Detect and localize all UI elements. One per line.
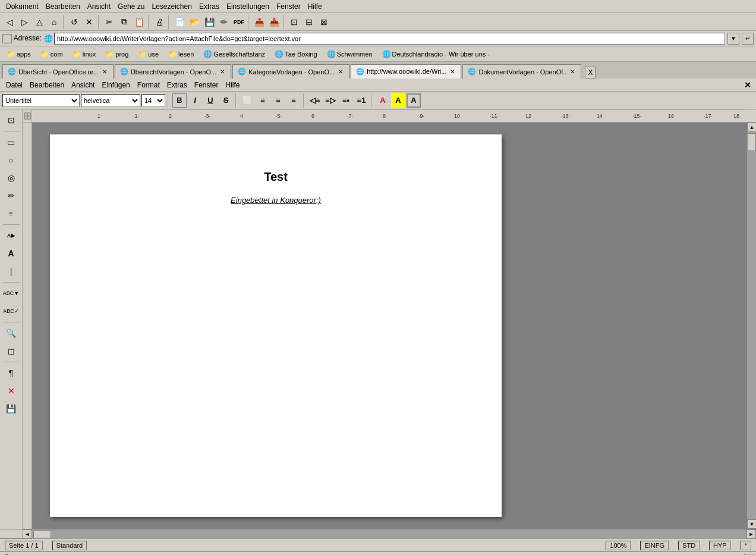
bold-button[interactable]: B	[172, 93, 187, 108]
reload-button[interactable]: ↺	[67, 15, 81, 29]
tab-close-button[interactable]: ✕	[219, 68, 226, 75]
bookmark-tae-boxing[interactable]: 🌐 Tae Boxing	[270, 48, 321, 60]
h-scroll-track[interactable]	[32, 529, 746, 539]
left-tool-save[interactable]: 💾	[2, 400, 20, 417]
std-status[interactable]: STD	[678, 541, 700, 550]
tab-2[interactable]: 🌐 KategorieVorlagen - OpenO... ✕	[232, 64, 349, 79]
font-color-button[interactable]: A	[376, 93, 390, 108]
edit-button[interactable]: ✏	[217, 15, 231, 29]
address-input[interactable]	[54, 33, 725, 45]
bookmark-schwimmen[interactable]: 🌐 Schwimmen	[323, 48, 377, 60]
left-tool-polygon[interactable]: ◎	[2, 170, 20, 186]
left-tool-pen[interactable]: ✏	[2, 187, 20, 204]
h-scroll-thumb[interactable]	[33, 530, 51, 538]
char-highlight-button[interactable]: A	[407, 93, 421, 108]
align-left-button[interactable]: ⬜	[240, 93, 254, 108]
save-button[interactable]: 💾	[202, 15, 216, 29]
left-tool-insert-text[interactable]: A▶	[2, 227, 20, 244]
open-button[interactable]: 📂	[187, 15, 201, 29]
menu-einstellungen[interactable]: Einstellungen	[223, 1, 273, 12]
bookmark-lesen[interactable]: 📁 lesen	[164, 48, 198, 60]
tab-1[interactable]: 🌐 ÜbersichtVorlagen - OpenO... ✕	[115, 64, 231, 79]
bookmark-apps[interactable]: 📁 apps	[2, 48, 35, 60]
tab-3[interactable]: 🌐 http://www.ooowiki.de/Wri... ✕	[351, 64, 461, 79]
copy-button[interactable]: ⧉	[117, 15, 131, 29]
doc-menu-format[interactable]: Format	[134, 80, 163, 90]
tab-4[interactable]: 🌐 DokumentVorlagen - OpenOf... ✕	[462, 64, 581, 79]
export-button[interactable]: 📤	[252, 15, 266, 29]
scroll-left-button[interactable]: ◄	[23, 529, 32, 539]
nav-forward-button[interactable]: ▷	[17, 15, 32, 29]
italic-button[interactable]: I	[188, 93, 202, 108]
bookmark-com[interactable]: 📁 com	[36, 48, 67, 60]
menu-ansicht[interactable]: Ansicht	[84, 1, 114, 12]
stop-button[interactable]: ✕	[82, 15, 96, 29]
home-button[interactable]: ⌂	[47, 15, 61, 29]
menu-hilfe[interactable]: Hilfe	[304, 1, 326, 12]
left-tool-circle[interactable]: ○	[2, 152, 20, 168]
underline-button[interactable]: U	[203, 93, 218, 108]
left-tool-select[interactable]: ⊡	[2, 112, 20, 128]
bookmark-linux[interactable]: 📁 linux	[68, 48, 100, 60]
doc-menu-extras[interactable]: Extras	[163, 80, 191, 90]
tab-0[interactable]: 🌐 ÜberSicht - OpenOffice.or... ✕	[2, 64, 114, 79]
doc-menu-fenster[interactable]: Fenster	[191, 80, 222, 90]
tab-close-button[interactable]: ✕	[337, 68, 344, 75]
menu-extras[interactable]: Extras	[196, 1, 223, 12]
bookmark-deutschlandradio[interactable]: 🌐 Deutschlandradio - Wir über uns -	[378, 48, 494, 60]
bookmark-use[interactable]: 📁 use	[134, 48, 163, 60]
size-selector[interactable]: 14	[141, 94, 165, 107]
address-go-button[interactable]: ↵	[742, 33, 754, 45]
menu-bearbeiten[interactable]: Bearbeiten	[42, 1, 84, 12]
nav-back-button[interactable]: ◁	[2, 15, 17, 29]
bookmark-gesellschaftstanz[interactable]: 🌐 Gesellschaftstanz	[199, 48, 269, 60]
left-tool-text-box[interactable]: ≡	[2, 205, 20, 222]
tab-close-button[interactable]: ✕	[101, 68, 108, 75]
doc-menu-einfuegen[interactable]: Einfügen	[98, 80, 133, 90]
font-selector[interactable]: helvetica	[81, 94, 140, 107]
menu-fenster[interactable]: Fenster	[273, 1, 304, 12]
doc-close-button[interactable]: ✕	[742, 80, 754, 90]
nav-up-button[interactable]: △	[32, 15, 46, 29]
left-tool-zoom[interactable]: 🔍	[2, 325, 20, 341]
doc-menu-bearbeiten[interactable]: Bearbeiten	[26, 80, 68, 90]
bookmark-prog[interactable]: 📁 prog	[101, 48, 133, 60]
window-split-button[interactable]: ⊟	[302, 15, 316, 29]
list-ordered-button[interactable]: ≡1	[354, 93, 368, 108]
scroll-up-button[interactable]: ▲	[747, 123, 756, 132]
insert-mode-status[interactable]: EINFG	[640, 541, 669, 550]
style-selector[interactable]: Untertitel	[2, 94, 80, 107]
align-justify-button[interactable]: ≡	[286, 93, 301, 108]
scroll-down-button[interactable]: ▼	[747, 519, 756, 529]
list-unordered-button[interactable]: ≡•	[339, 93, 353, 108]
doc-menu-ansicht[interactable]: Ansicht	[68, 80, 98, 90]
tab-close-button[interactable]: ✕	[449, 68, 456, 75]
import-button[interactable]: 📥	[267, 15, 281, 29]
menu-lesezeichen[interactable]: Lesezeichen	[148, 1, 195, 12]
scroll-track[interactable]	[747, 132, 756, 519]
hyp-status[interactable]: HYP	[709, 541, 731, 550]
paste-button[interactable]: 📋	[132, 15, 146, 29]
tab-close-button[interactable]: ✕	[569, 68, 576, 75]
indent-increase-button[interactable]: ≡▷	[323, 93, 338, 108]
scroll-right-button[interactable]: ►	[746, 529, 756, 539]
pdf-button[interactable]: PDF	[232, 15, 246, 29]
menu-gehe-zu[interactable]: Gehe zu	[114, 1, 148, 12]
page-scroll-area[interactable]: Test Eingebettet in Konqueror;)	[32, 123, 746, 529]
window-normal-button[interactable]: ⊡	[287, 15, 301, 29]
left-tool-shape[interactable]: ▭	[2, 134, 20, 150]
close-all-tabs-button[interactable]: X	[585, 67, 596, 79]
scroll-thumb[interactable]	[748, 133, 756, 151]
cut-button[interactable]: ✂	[102, 15, 116, 29]
left-tool-pilcrow[interactable]: ¶	[2, 365, 20, 381]
highlight-button[interactable]: A	[391, 93, 405, 108]
print-button[interactable]: 🖨	[152, 15, 166, 29]
doc-menu-hilfe[interactable]: Hilfe	[222, 80, 244, 90]
indent-decrease-button[interactable]: ◁≡	[308, 93, 322, 108]
menu-dokument[interactable]: Dokument	[2, 1, 42, 12]
left-tool-font[interactable]: A	[2, 245, 20, 262]
left-tool-delete[interactable]: ✕	[2, 382, 20, 399]
left-tool-spellcheck[interactable]: ABC▼	[2, 285, 20, 302]
strikethrough-button[interactable]: S	[219, 93, 233, 108]
align-right-button[interactable]: ≡	[271, 93, 285, 108]
